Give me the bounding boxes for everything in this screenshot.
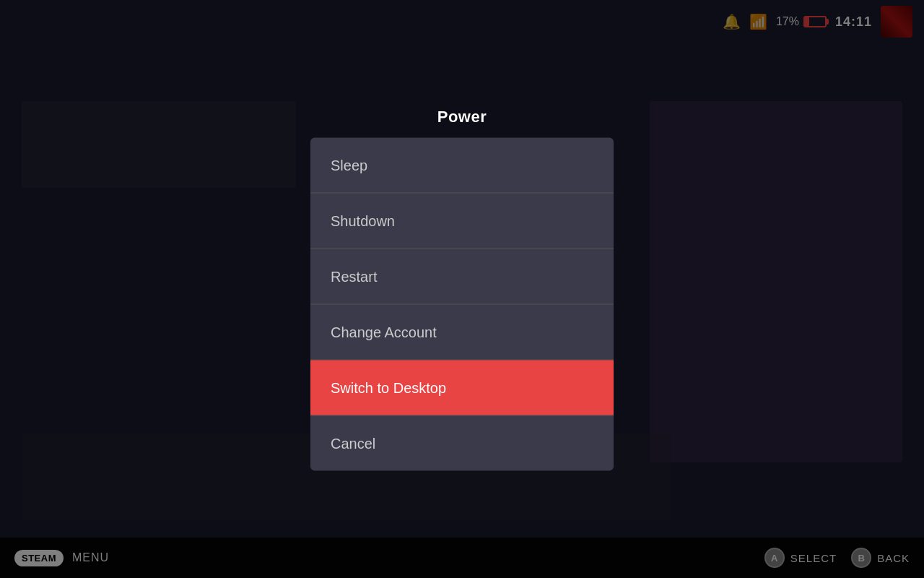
power-title: Power bbox=[310, 108, 614, 126]
shutdown-button[interactable]: Shutdown bbox=[310, 194, 614, 249]
cancel-button[interactable]: Cancel bbox=[310, 416, 614, 471]
switch-desktop-button[interactable]: Switch to Desktop bbox=[310, 361, 614, 415]
restart-button[interactable]: Restart bbox=[310, 249, 614, 304]
power-group-1: Sleep Shutdown Restart bbox=[310, 138, 614, 305]
sleep-button[interactable]: Sleep bbox=[310, 138, 614, 193]
power-menu: Sleep Shutdown Restart Change Account Sw… bbox=[310, 138, 614, 471]
power-group-3: Switch to Desktop bbox=[310, 361, 614, 416]
power-group-2: Change Account bbox=[310, 305, 614, 361]
power-group-4: Cancel bbox=[310, 416, 614, 471]
change-account-button[interactable]: Change Account bbox=[310, 305, 614, 360]
power-dialog: Power Sleep Shutdown Restart Change Acco… bbox=[310, 108, 614, 471]
